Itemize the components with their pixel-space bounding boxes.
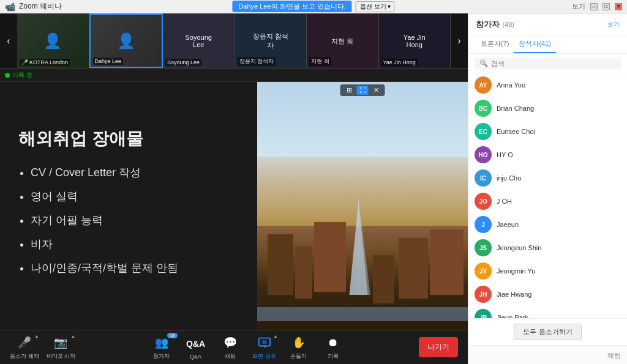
tab-attendee[interactable]: 참석자(41) bbox=[514, 35, 556, 53]
list-item: JS Jeongeun Shin bbox=[468, 236, 627, 259]
participant-avatar: BC bbox=[475, 100, 492, 117]
recording-dot bbox=[5, 73, 10, 78]
notification-text: Dahye Lee의 화면을 보고 있습니다. bbox=[232, 1, 351, 12]
tile-name-1: 🎤 KOTRA London bbox=[20, 59, 70, 66]
window-controls: 보기 — □ ✕ bbox=[572, 2, 622, 11]
top-bar: 📹 Zoom 웨비나 Dahye Lee의 화면을 보고 있습니다. 옵션 보기… bbox=[0, 0, 627, 13]
share-icon bbox=[256, 334, 273, 351]
search-input[interactable] bbox=[491, 60, 616, 67]
zoom-full-btn[interactable]: ⛶ bbox=[357, 86, 369, 95]
record-icon: ⏺ bbox=[325, 334, 342, 351]
list-item: HO HY O bbox=[468, 143, 627, 166]
tile-name-5: 지현 최 bbox=[309, 57, 331, 66]
participant-name: Jieun Park bbox=[497, 314, 621, 318]
options-label: 옵션 보기 bbox=[360, 2, 386, 11]
list-item: IC inju Cho bbox=[468, 166, 627, 190]
video-tile-4[interactable]: 장윤지 참석자 장윤지 참석자 bbox=[235, 13, 307, 68]
recording-bar: 기록 중 bbox=[0, 69, 468, 82]
search-wrap: 🔍 bbox=[475, 58, 621, 69]
maximize-button[interactable]: □ bbox=[603, 3, 610, 10]
options-button[interactable]: 옵션 보기 ▾ bbox=[356, 1, 395, 12]
participants-view-button[interactable]: 보기 bbox=[607, 20, 620, 29]
reactions-button[interactable]: ✋ 손들기 bbox=[285, 334, 312, 360]
mute-all-button[interactable]: 모두 음소거하기 bbox=[514, 324, 581, 340]
share-screen-button[interactable]: ▲ 화면 공유 bbox=[251, 334, 278, 360]
app-title-area: 📹 Zoom 웨비나 bbox=[5, 1, 62, 12]
svg-rect-4 bbox=[262, 340, 266, 344]
bullet-2: 영어 실력 bbox=[31, 189, 239, 204]
video-tile-2[interactable]: 👤 Dahye Lee bbox=[89, 13, 163, 68]
close-button[interactable]: ✕ bbox=[615, 3, 622, 10]
right-toolbar-group: 나가기 bbox=[419, 337, 458, 357]
video-tile-6[interactable]: Yae Jin Hong Yae Jin Hong bbox=[379, 13, 451, 68]
participant-name: inju Cho bbox=[497, 174, 621, 182]
tile-name-3: Soyoung Lee bbox=[165, 59, 201, 66]
video-prev-button[interactable]: ‹ bbox=[0, 13, 17, 68]
bullet-5: 나이/인종/국적/학벌 문제 안됨 bbox=[31, 261, 239, 276]
participants-button[interactable]: 👥 48 ▲ 참가자 bbox=[148, 334, 175, 360]
tile-center-name-5: 지현 최 bbox=[331, 36, 353, 45]
app-title: Zoom 웨비나 bbox=[19, 1, 62, 12]
list-item: JY Jeongmin Yu bbox=[468, 259, 627, 283]
bullet-4: 비자 bbox=[31, 237, 239, 252]
center-toolbar-group: 👥 48 ▲ 참가자 Q&A Q&A 💬 채팅 bbox=[148, 334, 347, 360]
slide-title: 해외취업 장애물 bbox=[18, 127, 239, 150]
mic-icon-1: 🎤 bbox=[21, 59, 28, 65]
video-next-button[interactable]: › bbox=[451, 13, 468, 68]
participant-name: J OH bbox=[497, 198, 621, 205]
view-button[interactable]: 보기 bbox=[572, 2, 585, 11]
list-item: JP Jieun Park bbox=[468, 306, 627, 318]
zoom-fit-btn[interactable]: ⊞ bbox=[344, 86, 355, 95]
camera-icon: 📷 bbox=[52, 334, 69, 351]
london-photo: ⊞ ⛶ ✕ bbox=[257, 82, 468, 330]
tile-center-name-6: Yae Jin Hong bbox=[397, 34, 432, 48]
participant-name: Jeongmin Yu bbox=[497, 267, 621, 275]
presentation-area: 기록 중 해외취업 장애물 CV / Cover Letter 작성 영어 실력… bbox=[0, 69, 468, 330]
participant-avatar: J bbox=[475, 216, 492, 233]
participant-avatar: AY bbox=[475, 76, 492, 94]
image-close-btn[interactable]: ✕ bbox=[371, 86, 381, 95]
tile-center-name-4: 장윤지 참석자 bbox=[253, 32, 288, 50]
share-caret: ▲ bbox=[274, 334, 278, 338]
qa-icon: Q&A bbox=[187, 335, 205, 352]
image-toolbar: ⊞ ⛶ ✕ bbox=[340, 84, 385, 96]
video-tile-5[interactable]: 지현 최 지현 최 bbox=[307, 13, 379, 68]
participant-avatar: JS bbox=[475, 239, 492, 256]
reactions-icon: ✋ bbox=[290, 334, 307, 351]
bottom-toolbar: 🎤 ▲ 음소거 해제 📷 ▲ 비디오 시작 👥 48 ▲ 참가자 Q&A bbox=[0, 330, 468, 364]
list-item: EC Eunseo Choi bbox=[468, 120, 627, 143]
chevron-down-icon: ▾ bbox=[388, 3, 391, 10]
list-item: J Jaeeun bbox=[468, 213, 627, 236]
qa-button[interactable]: Q&A Q&A bbox=[182, 335, 209, 360]
recording-label: 기록 중 bbox=[12, 71, 32, 80]
chat-button[interactable]: 💬 채팅 bbox=[217, 334, 244, 360]
bullet-1: CV / Cover Letter 작성 bbox=[31, 165, 239, 180]
notification-area: Dahye Lee의 화면을 보고 있습니다. 옵션 보기 ▾ bbox=[232, 1, 394, 12]
search-area: 🔍 bbox=[468, 54, 627, 73]
participants-header: 참가자 (48) 보기 bbox=[468, 13, 627, 35]
participant-avatar: JP bbox=[475, 309, 492, 318]
minimize-button[interactable]: — bbox=[590, 3, 598, 10]
video-tile-3[interactable]: Soyoung Lee Soyoung Lee bbox=[163, 13, 235, 68]
participant-avatar: JY bbox=[475, 262, 492, 280]
participant-name: Anna Yoo bbox=[497, 81, 621, 89]
participant-avatar: JH bbox=[475, 286, 492, 303]
chat-tab-bar: 채팅 bbox=[468, 345, 627, 364]
participant-name: HY O bbox=[497, 151, 621, 158]
tab-host[interactable]: 토론자(7) bbox=[476, 35, 514, 53]
leave-button[interactable]: 나가기 bbox=[419, 337, 458, 357]
slide-content: 해외취업 장애물 CV / Cover Letter 작성 영어 실력 자기 어… bbox=[0, 82, 257, 330]
video-caret: ▲ bbox=[71, 334, 75, 338]
participant-name: Jeongeun Shin bbox=[497, 244, 621, 251]
video-tile-1[interactable]: 👤 🎤 KOTRA London bbox=[17, 13, 89, 68]
left-toolbar-group: 🎤 ▲ 음소거 해제 📷 ▲ 비디오 시작 bbox=[10, 334, 75, 360]
tile-name-6: Yae Jin Hong bbox=[381, 59, 418, 66]
tile-name-4: 장윤지 참석자 bbox=[238, 57, 276, 66]
participant-avatar: IC bbox=[475, 169, 492, 187]
record-button[interactable]: ⏺ 기록 bbox=[320, 334, 347, 360]
slide-bullets: CV / Cover Letter 작성 영어 실력 자기 어필 능력 비자 나… bbox=[18, 165, 239, 277]
audio-button[interactable]: 🎤 ▲ 음소거 해제 bbox=[10, 334, 39, 360]
video-button[interactable]: 📷 ▲ 비디오 시작 bbox=[47, 334, 76, 360]
panel-bottom: 모두 음소거하기 bbox=[468, 318, 627, 345]
chat-label: 채팅 bbox=[607, 352, 621, 359]
